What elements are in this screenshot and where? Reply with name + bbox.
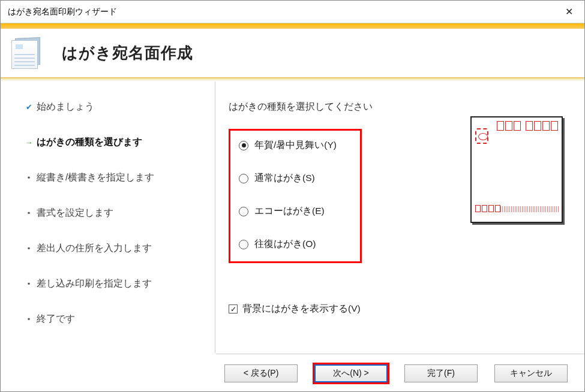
- step-label: 縦書き/横書きを指定します: [37, 171, 154, 184]
- dot-icon: •: [21, 315, 37, 324]
- prompt: はがきの種類を選択してください: [229, 101, 568, 113]
- dot-icon: •: [21, 244, 37, 253]
- button-bar: < 戻る(P) 次へ(N) > 完了(F) キャンセル: [216, 354, 584, 392]
- close-button[interactable]: ✕: [553, 1, 584, 23]
- radio-icon: [239, 141, 248, 150]
- step-mailmerge: • 差し込み印刷を指定します: [21, 278, 200, 290]
- postcard-preview: [470, 116, 563, 223]
- radio-label: 通常はがき(S): [254, 172, 315, 185]
- step-select-type: → はがきの種類を選びます: [21, 136, 200, 149]
- sender-zip-boxes: [475, 205, 500, 212]
- step-label: 終了です: [37, 313, 75, 325]
- radio-icon: [239, 240, 248, 249]
- step-label: 差し込み印刷を指定します: [37, 278, 152, 290]
- finish-button[interactable]: 完了(F): [404, 364, 478, 382]
- close-icon: ✕: [565, 6, 573, 17]
- step-orientation: • 縦書き/横書きを指定します: [21, 171, 200, 184]
- radio-return[interactable]: 往復はがき(O): [239, 238, 352, 251]
- show-background-checkbox[interactable]: ✓ 背景にはがきを表示する(V): [229, 303, 568, 315]
- radio-icon: [239, 174, 248, 183]
- cancel-button[interactable]: キャンセル: [494, 364, 568, 382]
- radio-label: エコーはがき(E): [254, 205, 325, 218]
- radio-echo[interactable]: エコーはがき(E): [239, 205, 352, 218]
- window-title: はがき宛名面印刷ウィザード: [8, 7, 117, 17]
- step-finish: • 終了です: [21, 313, 200, 325]
- title-bar: はがき宛名面印刷ウィザード ✕: [1, 1, 584, 23]
- zip-boxes: [497, 121, 558, 131]
- postcard-type-group: 年賀/暑中見舞い(Y) 通常はがき(S) エコーはがき(E) 往復はがき(O): [229, 129, 362, 263]
- stamp-icon: [475, 128, 488, 144]
- step-sender: • 差出人の住所を入力します: [21, 242, 200, 255]
- radio-normal[interactable]: 通常はがき(S): [239, 172, 352, 185]
- step-label: 書式を設定します: [37, 207, 113, 219]
- radio-label: 年賀/暑中見舞い(Y): [254, 139, 337, 152]
- arrow-right-icon: →: [21, 138, 37, 147]
- radio-label: 往復はがき(O): [254, 238, 316, 251]
- steps-pane: ✔ 始めましょう → はがきの種類を選びます • 縦書き/横書きを指定します •…: [1, 82, 215, 354]
- wizard-icon: [11, 38, 45, 69]
- step-label: 差出人の住所を入力します: [37, 242, 152, 255]
- checkbox-label: 背景にはがきを表示する(V): [242, 303, 361, 315]
- radio-nenga[interactable]: 年賀/暑中見舞い(Y): [239, 139, 352, 152]
- page-title: はがき宛名面作成: [62, 43, 193, 64]
- radio-icon: [239, 207, 248, 216]
- next-button[interactable]: 次へ(N) >: [314, 364, 388, 382]
- check-icon: ✔: [21, 102, 37, 111]
- main-pane: はがきの種類を選択してください 年賀/暑中見舞い(Y) 通常はがき(S) エコー…: [215, 82, 584, 354]
- dot-icon: •: [21, 209, 37, 218]
- step-label: はがきの種類を選びます: [37, 136, 142, 149]
- step-format: • 書式を設定します: [21, 207, 200, 219]
- content: ✔ 始めましょう → はがきの種類を選びます • 縦書き/横書きを指定します •…: [1, 82, 584, 354]
- back-button[interactable]: < 戻る(P): [224, 364, 298, 382]
- dot-icon: •: [21, 173, 37, 182]
- step-start: ✔ 始めましょう: [21, 101, 200, 113]
- header-band: [1, 23, 584, 29]
- step-label: 始めましょう: [37, 101, 94, 113]
- dot-icon: •: [21, 279, 37, 288]
- checkbox-icon: ✓: [229, 304, 238, 313]
- header: はがき宛名面作成: [1, 29, 584, 78]
- pattern-stripe: [500, 206, 559, 212]
